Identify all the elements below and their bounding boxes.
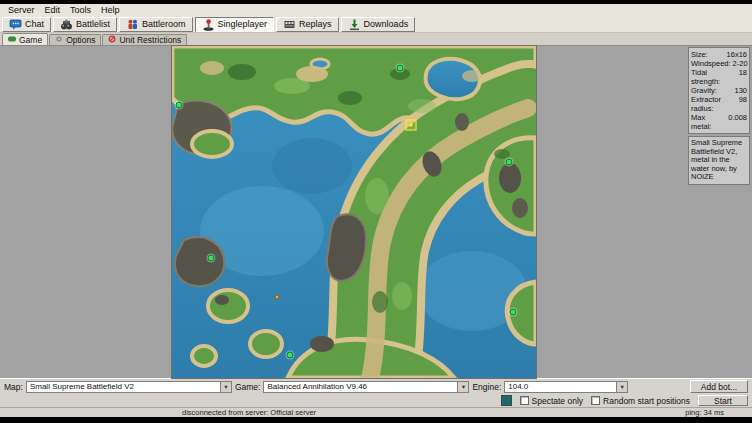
menu-bar: Server Edit Tools Help: [0, 4, 752, 16]
start-options-bar: Spectate only Random start positions Sta…: [0, 394, 752, 407]
game-select-label: Game:: [235, 382, 261, 392]
random-start-positions-checkbox[interactable]: Random start positions: [591, 396, 690, 406]
start-position-marker[interactable]: [506, 158, 513, 165]
tab-singleplayer-label: Singleplayer: [218, 19, 268, 29]
map-info-panel: Size:16x16 Windspeed:2-20 Tidal strength…: [688, 46, 750, 378]
subtab-unit-restrictions-label: Unit Restrictions: [119, 35, 181, 45]
singleplayer-icon: [202, 18, 215, 31]
map-preview[interactable]: [172, 46, 536, 378]
start-position-layer: [172, 46, 536, 378]
tab-battleroom[interactable]: Battleroom: [119, 17, 193, 32]
subtab-options[interactable]: Options: [49, 34, 101, 45]
subtab-options-label: Options: [66, 35, 95, 45]
tab-chat[interactable]: Chat: [2, 17, 51, 32]
battleroom-icon: [126, 18, 139, 31]
chevron-down-icon: ▼: [457, 382, 468, 392]
menu-server[interactable]: Server: [3, 5, 40, 15]
engine-select-label: Engine:: [472, 382, 501, 392]
lobby-window: Server Edit Tools Help Chat Battlelist B…: [0, 0, 752, 423]
gear-icon: [55, 35, 63, 45]
start-position-marker[interactable]: [207, 255, 214, 262]
letterbox-bottom: [0, 417, 752, 423]
start-button[interactable]: Start: [698, 395, 748, 406]
spectate-only-label: Spectate only: [532, 396, 584, 406]
menu-edit[interactable]: Edit: [40, 5, 66, 15]
subtab-unit-restrictions[interactable]: Unit Restrictions: [102, 34, 187, 45]
start-position-marker[interactable]: [510, 308, 517, 315]
spectate-only-checkbox[interactable]: Spectate only: [520, 396, 584, 406]
chevron-down-icon: ▼: [616, 382, 627, 392]
team-color-swatch[interactable]: [501, 395, 512, 406]
connection-status-text: disconnected from server: Official serve…: [182, 408, 316, 417]
game-icon: [8, 35, 16, 45]
chat-icon: [9, 18, 22, 31]
checkbox-icon: [591, 396, 600, 405]
start-position-marker[interactable]: [286, 352, 293, 359]
engine-select-value: 104.0: [505, 382, 616, 391]
tab-downloads[interactable]: Downloads: [341, 17, 416, 32]
map-stat-windspeed: Windspeed:2-20: [691, 59, 747, 68]
map-stat-tidal: Tidal strength:18: [691, 68, 747, 86]
tab-battlelist-label: Battlelist: [76, 19, 110, 29]
map-stat-gravity: Gravity:130: [691, 86, 747, 95]
tab-singleplayer[interactable]: Singleplayer: [195, 17, 275, 32]
map-stats-box: Size:16x16 Windspeed:2-20 Tidal strength…: [688, 47, 750, 134]
status-bar: disconnected from server: Official serve…: [0, 407, 752, 417]
ping-text: ping: 34 ms: [685, 408, 724, 417]
restriction-icon: [108, 35, 116, 45]
map-select-value: Small Supreme Battlefield V2: [27, 382, 220, 391]
game-select-value: Balanced Annihilation V9.46: [264, 382, 457, 391]
menu-help[interactable]: Help: [96, 5, 125, 15]
downloads-icon: [348, 18, 361, 31]
start-position-marker[interactable]: [175, 102, 182, 109]
replays-icon: [283, 18, 296, 31]
map-description-text: Small Supreme Battlefield V2, metal in t…: [691, 138, 742, 181]
tab-replays[interactable]: Replays: [276, 17, 339, 32]
game-select[interactable]: Balanced Annihilation V9.46 ▼: [263, 381, 469, 393]
main-toolbar: Chat Battlelist Battleroom Singleplayer …: [0, 16, 752, 33]
subtab-game[interactable]: Game: [2, 33, 48, 45]
map-stat-size: Size:16x16: [691, 50, 747, 59]
random-start-positions-label: Random start positions: [603, 396, 690, 406]
tab-battleroom-label: Battleroom: [142, 19, 186, 29]
selected-start-marker[interactable]: [406, 120, 417, 131]
tab-battlelist[interactable]: Battlelist: [53, 17, 117, 32]
start-position-marker[interactable]: [274, 294, 279, 299]
map-stat-extractor: Extractor radius:98: [691, 95, 747, 113]
checkbox-icon: [520, 396, 529, 405]
tab-replays-label: Replays: [299, 19, 332, 29]
map-stat-maxmetal: Max metal:0.008: [691, 113, 747, 131]
tab-downloads-label: Downloads: [364, 19, 409, 29]
engine-select[interactable]: 104.0 ▼: [504, 381, 628, 393]
add-bot-button[interactable]: Add bot...: [690, 380, 748, 393]
menu-tools[interactable]: Tools: [65, 5, 96, 15]
map-select-label: Map:: [4, 382, 23, 392]
start-position-marker[interactable]: [396, 64, 403, 71]
map-description-box: Small Supreme Battlefield V2, metal in t…: [688, 136, 750, 185]
tab-chat-label: Chat: [25, 19, 44, 29]
battlelist-icon: [60, 18, 73, 31]
chevron-down-icon: ▼: [220, 382, 231, 392]
battle-setup-area: Size:16x16 Windspeed:2-20 Tidal strength…: [0, 46, 752, 378]
subtab-game-label: Game: [19, 35, 42, 45]
map-select[interactable]: Small Supreme Battlefield V2 ▼: [26, 381, 232, 393]
battle-config-bar: Map: Small Supreme Battlefield V2 ▼ Game…: [0, 378, 752, 394]
singleplayer-subtabs: Game Options Unit Restrictions: [0, 33, 752, 46]
